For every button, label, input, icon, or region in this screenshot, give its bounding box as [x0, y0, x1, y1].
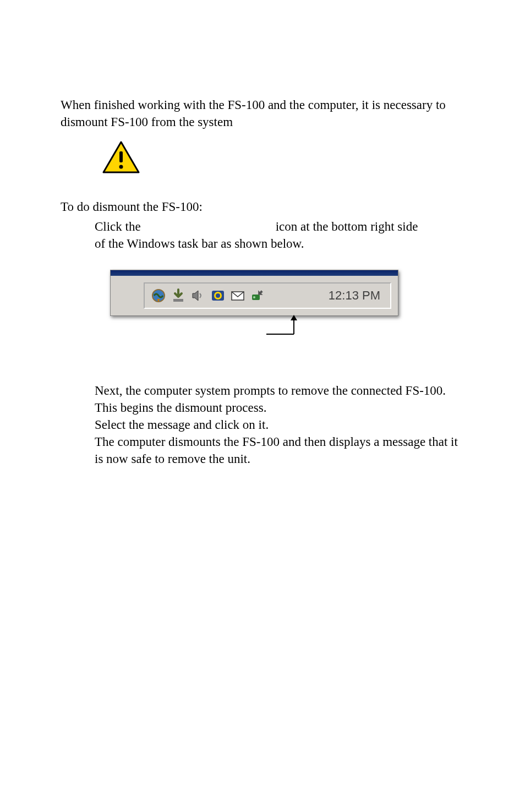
globe-update-icon[interactable] [150, 287, 167, 304]
step1-part1: Click the [95, 218, 141, 235]
step3-text: Select the message and click on it. [95, 416, 464, 433]
step-1-block: Click the icon at the bottom right side … [95, 218, 464, 252]
safely-remove-hardware-icon[interactable] [249, 287, 266, 304]
taskbar-clock: 12:13 PM [329, 287, 385, 304]
svg-rect-4 [173, 299, 183, 302]
step1-part3: of the Windows task bar as shown below. [95, 235, 464, 252]
step1-part2: icon at the bottom right side [276, 218, 418, 235]
taskbar-screenshot: 12:13 PM [110, 270, 464, 338]
svg-point-7 [216, 293, 220, 298]
intro-paragraph: When finished working with the FS-100 an… [61, 96, 464, 130]
step2-text: Next, the computer system prompts to rem… [95, 382, 464, 416]
warning-icon [102, 140, 140, 179]
norton-icon[interactable] [210, 287, 226, 304]
warning-box [102, 140, 464, 179]
remaining-steps: Next, the computer system prompts to rem… [95, 382, 464, 467]
speaker-icon[interactable] [190, 287, 206, 304]
mail-icon[interactable] [229, 287, 246, 304]
svg-marker-12 [291, 315, 297, 320]
download-icon[interactable] [170, 287, 187, 304]
svg-rect-1 [119, 151, 123, 162]
step4-text: The computer dismounts the FS-100 and th… [95, 433, 464, 467]
svg-point-2 [119, 165, 123, 169]
pointer-arrow [271, 315, 464, 338]
dismount-heading: To do dismount the FS-100: [61, 198, 464, 215]
system-tray: 12:13 PM [144, 282, 391, 309]
svg-point-10 [253, 296, 255, 298]
